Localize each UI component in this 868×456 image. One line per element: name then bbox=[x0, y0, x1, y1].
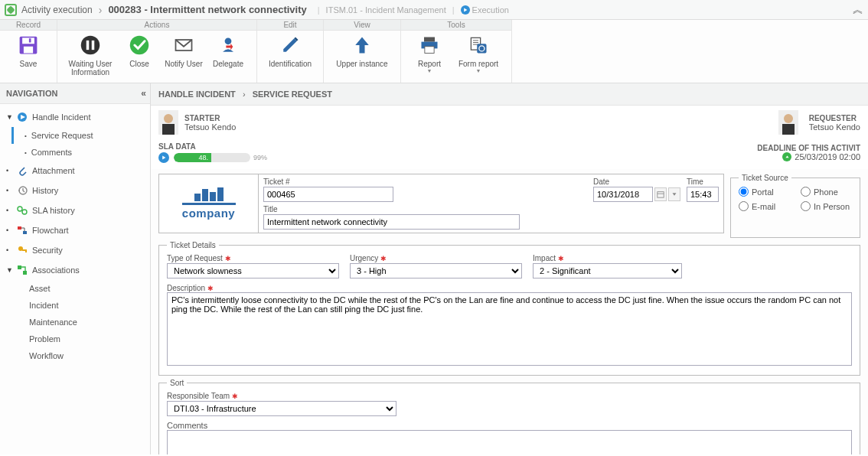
nav-associations[interactable]: ▼ Associations bbox=[0, 260, 150, 280]
date-label: Date bbox=[593, 178, 680, 186]
paperclip-icon bbox=[17, 165, 28, 176]
nav-history[interactable]: • History bbox=[0, 181, 150, 200]
nav-asset[interactable]: Asset bbox=[20, 280, 150, 297]
nav-comments[interactable]: •Comments bbox=[20, 144, 150, 161]
play-circle-icon bbox=[17, 112, 28, 122]
sla-pct-out: 99% bbox=[253, 154, 267, 161]
flowchart-icon bbox=[17, 225, 28, 236]
nav-security[interactable]: • Security bbox=[0, 240, 150, 260]
ticket-details-group: Ticket Details Type of Request ✱ Network… bbox=[158, 241, 860, 376]
source-phone[interactable]: Phone bbox=[801, 187, 852, 197]
save-button[interactable]: Save bbox=[6, 34, 51, 68]
upper-instance-button[interactable]: Upper instance bbox=[330, 34, 394, 68]
requester-name: Tetsuo Kendo bbox=[809, 122, 860, 132]
type-select[interactable]: Network slowness bbox=[167, 263, 339, 278]
close-button[interactable]: Close bbox=[117, 34, 162, 68]
printer-icon bbox=[418, 34, 441, 57]
calendar-icon[interactable] bbox=[654, 187, 667, 201]
requester-avatar bbox=[778, 110, 798, 135]
breadcrumb-1[interactable]: HANDLE INCIDENT bbox=[158, 90, 236, 99]
sla-progress-bar: 48. bbox=[174, 153, 250, 162]
up-circle-icon bbox=[782, 152, 791, 161]
svg-point-34 bbox=[164, 114, 173, 123]
ticket-source-group: Ticket Source Portal Phone E-mail In Per… bbox=[730, 174, 860, 238]
nav-workflow[interactable]: Workflow bbox=[20, 347, 150, 364]
description-textarea[interactable] bbox=[167, 292, 852, 366]
collapse-double-up-icon[interactable]: ︽ bbox=[853, 3, 863, 17]
pause-icon bbox=[79, 34, 102, 57]
company-logo: company bbox=[159, 174, 259, 233]
waiting-user-button[interactable]: Waiting User Information bbox=[64, 34, 117, 77]
nav-problem[interactable]: Problem bbox=[20, 331, 150, 347]
svg-rect-38 bbox=[782, 124, 795, 135]
notify-user-button[interactable]: Notify User bbox=[162, 34, 206, 68]
sort-group: Sort Responsible Team ✱ DTI.03 - Infrast… bbox=[158, 379, 860, 454]
nav-title: NAVIGATION bbox=[6, 89, 57, 98]
impact-select[interactable]: 2 - Significant bbox=[533, 263, 682, 278]
group-actions: Actions bbox=[57, 20, 256, 31]
svg-rect-28 bbox=[18, 265, 21, 269]
comments-textarea[interactable] bbox=[167, 430, 852, 454]
report-button[interactable]: Report ▼ bbox=[407, 34, 452, 73]
breadcrumb-2[interactable]: SERVICE REQUEST bbox=[253, 90, 332, 99]
date-input[interactable] bbox=[593, 187, 653, 202]
group-record: Record bbox=[0, 20, 57, 31]
save-icon bbox=[17, 34, 40, 57]
team-select[interactable]: DTI.03 - Infrastructure bbox=[167, 401, 396, 416]
svg-rect-2 bbox=[24, 47, 33, 54]
svg-rect-5 bbox=[86, 41, 90, 50]
title-label: Title bbox=[263, 205, 719, 213]
chevron-right-icon: › bbox=[243, 90, 246, 99]
sla-pct-in: 48. bbox=[198, 153, 208, 162]
group-edit: Edit bbox=[257, 20, 323, 31]
svg-rect-17 bbox=[477, 44, 486, 53]
page-title: 000283 - Intermittent network connectivi… bbox=[108, 4, 306, 15]
app-icon bbox=[5, 4, 17, 16]
nav-attachment[interactable]: • Attachment bbox=[0, 161, 150, 181]
check-circle-icon bbox=[128, 34, 151, 57]
starter-name: Tetsuo Kendo bbox=[184, 122, 236, 132]
svg-rect-39 bbox=[658, 192, 664, 197]
delegate-button[interactable]: Delegate bbox=[206, 34, 250, 68]
deadline-value: 25/03/2019 02:00 bbox=[795, 152, 860, 161]
date-dropdown-icon[interactable] bbox=[668, 187, 680, 201]
svg-rect-35 bbox=[162, 124, 175, 135]
nav-flowchart[interactable]: • Flowchart bbox=[0, 220, 150, 240]
identification-button[interactable]: Identification bbox=[263, 34, 317, 68]
play-icon[interactable] bbox=[158, 152, 169, 163]
ticket-input[interactable] bbox=[263, 187, 393, 202]
starter-avatar bbox=[158, 110, 178, 135]
time-label: Time bbox=[687, 178, 719, 186]
svg-rect-10 bbox=[424, 37, 435, 42]
time-input[interactable] bbox=[687, 187, 719, 202]
envelope-icon bbox=[172, 34, 195, 57]
group-tools: Tools bbox=[401, 20, 511, 31]
delegate-icon bbox=[217, 34, 240, 57]
nav-maintenance[interactable]: Maintenance bbox=[20, 314, 150, 331]
nav-incident[interactable]: Incident bbox=[20, 297, 150, 314]
source-email[interactable]: E-mail bbox=[739, 201, 790, 211]
ticket-label: Ticket # bbox=[263, 178, 587, 186]
nav-sla-history[interactable]: • SLA history bbox=[0, 200, 150, 220]
app-name: Activity execution bbox=[21, 5, 93, 15]
nav-service-request[interactable]: •Service Request bbox=[11, 127, 150, 144]
svg-rect-29 bbox=[23, 271, 27, 275]
nav-handle-incident[interactable]: ▼ Handle Incident bbox=[0, 107, 150, 127]
phase-label: Execution bbox=[472, 5, 509, 15]
pencil-icon bbox=[279, 34, 302, 57]
collapse-left-icon[interactable]: « bbox=[141, 88, 144, 99]
svg-rect-12 bbox=[425, 47, 434, 54]
play-icon bbox=[461, 5, 470, 15]
svg-rect-27 bbox=[25, 249, 27, 252]
form-report-button[interactable]: Form report ▼ bbox=[452, 34, 505, 73]
sla-icon bbox=[17, 205, 28, 216]
title-input[interactable] bbox=[263, 214, 520, 230]
chevron-right-icon: › bbox=[99, 4, 103, 16]
starter-label: STARTER bbox=[184, 114, 236, 122]
deadline-label: DEADLINE OF THIS ACTIVIT bbox=[757, 144, 860, 152]
source-inperson[interactable]: In Person bbox=[801, 201, 852, 211]
svg-rect-23 bbox=[18, 226, 21, 230]
urgency-select[interactable]: 3 - High bbox=[350, 263, 522, 278]
form-report-icon bbox=[467, 34, 490, 57]
source-portal[interactable]: Portal bbox=[739, 187, 790, 197]
